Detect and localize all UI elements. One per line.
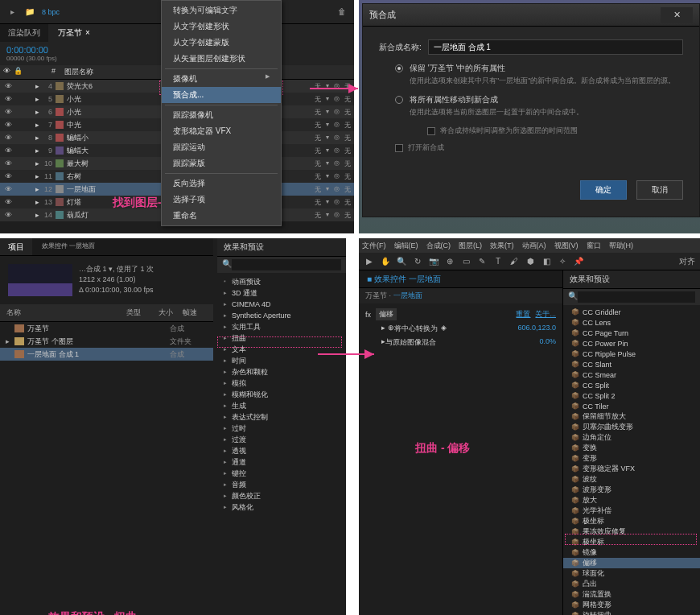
folder-icon[interactable]: 📁: [24, 6, 35, 18]
rotate-tool-icon[interactable]: ↻: [412, 257, 423, 266]
visibility-icon[interactable]: 👁: [3, 134, 13, 142]
snap-label[interactable]: 对齐: [679, 256, 695, 267]
effect-category[interactable]: 时间: [217, 355, 346, 366]
preset-item[interactable]: 保留细节放大: [563, 411, 700, 422]
effect-category[interactable]: 键控: [217, 468, 346, 479]
ctx-track-camera[interactable]: 跟踪摄像机: [162, 107, 281, 123]
ctx-masks-from-text[interactable]: 从文字创建蒙版: [162, 35, 281, 51]
parent-none[interactable]: 无: [315, 198, 321, 207]
close-button[interactable]: ✕: [661, 7, 693, 23]
ctx-convert-text[interactable]: 转换为可编辑文字: [162, 2, 281, 19]
effect-category[interactable]: CINEMA 4D: [217, 299, 346, 310]
effect-category[interactable]: 3D 通道: [217, 287, 346, 299]
reset-link[interactable]: 重置: [516, 309, 530, 320]
camera-tool-icon[interactable]: 📷: [428, 257, 439, 266]
expand-icon[interactable]: ▸: [3, 337, 11, 345]
preset-item[interactable]: CC Smear: [563, 369, 700, 380]
preset-item[interactable]: CC Power Pin: [563, 338, 700, 349]
ok-button[interactable]: 确定: [580, 180, 627, 200]
effect-category[interactable]: 颜色校正: [217, 490, 346, 501]
stamp-tool-icon[interactable]: ⬢: [525, 257, 536, 266]
menu-item[interactable]: 视图(V): [554, 241, 579, 251]
effect-category[interactable]: 音频: [217, 479, 346, 490]
comp-name-input[interactable]: [428, 39, 683, 55]
preset-item[interactable]: CC Slant: [563, 359, 700, 369]
trash-icon[interactable]: 🗑: [336, 6, 348, 18]
selection-tool-icon[interactable]: ▶: [364, 257, 375, 266]
menu-item[interactable]: 文件(F): [362, 241, 386, 251]
parent-none[interactable]: 无: [315, 82, 321, 91]
effect-category[interactable]: 通道: [217, 456, 346, 468]
ctx-precompose[interactable]: 预合成...: [162, 87, 281, 103]
tab-composition[interactable]: 万圣节×: [50, 24, 98, 42]
effect-category[interactable]: 表达式控制: [217, 411, 346, 423]
parent-none[interactable]: 无: [315, 211, 321, 220]
text-tool-icon[interactable]: T: [492, 257, 504, 266]
ctx-camera[interactable]: 摄像机: [162, 71, 281, 87]
effect-category[interactable]: 风格化: [217, 501, 346, 513]
project-item[interactable]: 万圣节合成: [0, 322, 213, 335]
anchor-tool-icon[interactable]: ⊕: [444, 257, 455, 266]
parent-none[interactable]: 无: [315, 147, 321, 155]
menu-item[interactable]: 窗口: [587, 241, 601, 251]
visibility-icon[interactable]: 👁: [3, 159, 13, 167]
bc-comp[interactable]: 万圣节: [365, 291, 387, 299]
ctx-rename[interactable]: 重命名: [162, 208, 281, 224]
effect-category[interactable]: 过时: [217, 423, 346, 434]
effect-category[interactable]: 透视: [217, 445, 346, 456]
effect-category[interactable]: 扭曲: [217, 332, 346, 344]
cancel-button[interactable]: 取消: [636, 180, 683, 200]
menu-item[interactable]: 帮助(H): [609, 241, 634, 251]
shape-tool-icon[interactable]: ▭: [460, 257, 471, 266]
preset-item[interactable]: CC Page Turn: [563, 328, 700, 338]
expand-icon[interactable]: ▸: [6, 6, 18, 18]
bc-layer[interactable]: 一层地面: [393, 291, 422, 299]
parent-none[interactable]: 无: [315, 185, 321, 194]
preset-item[interactable]: 变形稳定器 VFX: [563, 464, 700, 474]
effect-category[interactable]: 动画预设: [217, 276, 346, 287]
parent-none[interactable]: 无: [344, 198, 351, 207]
tab-project[interactable]: 项目: [0, 238, 32, 255]
parent-none[interactable]: 无: [344, 159, 351, 168]
project-item[interactable]: 一层地面 合成 1合成: [0, 348, 213, 361]
preset-item[interactable]: CC Tiler: [563, 401, 700, 411]
parent-none[interactable]: 无: [344, 121, 351, 130]
visibility-icon[interactable]: 👁: [3, 147, 13, 155]
preset-item[interactable]: 湍流置换: [563, 589, 700, 600]
preset-item[interactable]: 球面化: [563, 568, 700, 579]
eraser-tool-icon[interactable]: ◧: [541, 257, 552, 266]
parent-none[interactable]: 无: [344, 95, 351, 104]
bpc-indicator[interactable]: 8 bpc: [42, 8, 60, 16]
ctx-track-motion[interactable]: 跟踪运动: [162, 139, 281, 155]
effect-category[interactable]: Synthetic Aperture: [217, 310, 346, 321]
effect-category[interactable]: 模糊和锐化: [217, 389, 346, 400]
ctx-warp-stabilizer[interactable]: 变形稳定器 VFX: [162, 123, 281, 139]
applied-effect-row[interactable]: fx 偏移 重置 关于...: [365, 307, 556, 322]
project-item[interactable]: ▸万圣节 个图层文件夹: [0, 335, 213, 348]
preset-item[interactable]: 波形变形: [563, 485, 700, 495]
visibility-icon[interactable]: 👁: [3, 82, 13, 90]
effect-category[interactable]: 过渡: [217, 434, 346, 445]
about-link[interactable]: 关于...: [535, 309, 556, 320]
radio-leave-attrs[interactable]: 保留 '万圣节 '中的所有属性使用此选项来创建其中只有"一层地面"的新中间合成。…: [395, 63, 683, 86]
brush-tool-icon[interactable]: 🖌: [509, 257, 520, 266]
visibility-icon[interactable]: 👁: [3, 198, 13, 206]
parent-none[interactable]: 无: [344, 172, 351, 181]
menu-item[interactable]: 合成(C): [426, 241, 451, 251]
ctx-track-mask[interactable]: 跟踪蒙版: [162, 155, 281, 171]
effect-category[interactable]: 生成: [217, 400, 346, 411]
puppet-tool-icon[interactable]: 📌: [573, 257, 584, 266]
preset-item[interactable]: CC Griddler: [563, 307, 700, 317]
preset-item[interactable]: 旋转扭曲: [563, 610, 700, 615]
visibility-icon[interactable]: 👁: [3, 95, 13, 103]
parent-none[interactable]: 无: [315, 159, 321, 168]
parent-none[interactable]: 无: [315, 121, 321, 130]
parent-none[interactable]: 无: [344, 108, 351, 117]
visibility-icon[interactable]: 👁: [3, 185, 13, 193]
parent-none[interactable]: 无: [315, 95, 321, 104]
preset-item[interactable]: 变形: [563, 453, 700, 464]
zoom-tool-icon[interactable]: 🔍: [396, 257, 407, 266]
parent-none[interactable]: 无: [344, 211, 351, 220]
preset-item[interactable]: 偏移: [563, 558, 700, 568]
preset-item[interactable]: 极坐标: [563, 537, 700, 547]
